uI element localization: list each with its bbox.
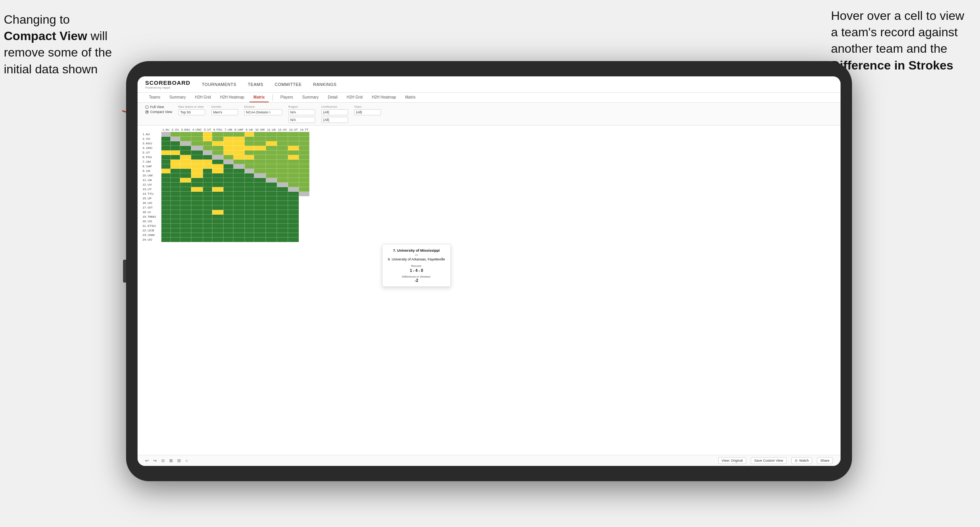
matrix-cell[interactable] — [161, 160, 170, 164]
matrix-cell[interactable] — [191, 219, 203, 224]
matrix-cell[interactable] — [212, 233, 223, 238]
matrix-cell[interactable] — [299, 187, 309, 192]
matrix-cell[interactable] — [233, 233, 245, 238]
matrix-cell[interactable] — [266, 173, 277, 178]
matrix-cell[interactable] — [161, 238, 170, 242]
matrix-cell[interactable] — [170, 238, 180, 242]
matrix-cell[interactable] — [170, 178, 180, 183]
matrix-cell[interactable] — [233, 132, 245, 137]
matrix-cell[interactable] — [212, 205, 223, 210]
matrix-cell[interactable] — [224, 150, 233, 155]
matrix-cell[interactable] — [277, 173, 288, 178]
matrix-cell[interactable] — [224, 155, 233, 160]
matrix-cell[interactable] — [288, 183, 299, 187]
matrix-cell[interactable] — [212, 187, 223, 192]
matrix-cell[interactable] — [203, 219, 212, 224]
matrix-cell[interactable] — [212, 219, 223, 224]
matrix-cell[interactable] — [254, 169, 266, 173]
matrix-cell[interactable] — [180, 183, 191, 187]
matrix-cell[interactable] — [299, 150, 309, 155]
filter-division-select[interactable]: NCAA Division I — [244, 109, 282, 115]
matrix-cell[interactable] — [203, 164, 212, 169]
tab-h2h-grid-right[interactable]: H2H Grid — [343, 93, 366, 102]
tab-summary-left[interactable]: Summary — [165, 93, 190, 102]
matrix-cell[interactable] — [299, 219, 309, 224]
matrix-cell[interactable] — [288, 228, 299, 233]
matrix-cell[interactable] — [161, 219, 170, 224]
matrix-cell[interactable] — [233, 210, 245, 215]
matrix-cell[interactable] — [161, 196, 170, 201]
matrix-cell[interactable] — [245, 183, 254, 187]
matrix-cell[interactable] — [299, 146, 309, 150]
matrix-cell[interactable] — [266, 192, 277, 196]
matrix-cell[interactable] — [203, 132, 212, 137]
matrix-cell[interactable] — [224, 187, 233, 192]
matrix-cell[interactable] — [203, 187, 212, 192]
matrix-cell[interactable] — [161, 173, 170, 178]
matrix-cell[interactable] — [299, 228, 309, 233]
filter-conference-select1[interactable]: (All) — [321, 109, 348, 115]
filter-region-select1[interactable]: N/A — [288, 109, 315, 115]
matrix-cell[interactable] — [277, 146, 288, 150]
matrix-cell[interactable] — [266, 215, 277, 219]
matrix-cell[interactable] — [245, 210, 254, 215]
matrix-cell[interactable] — [161, 183, 170, 187]
matrix-cell[interactable] — [245, 132, 254, 137]
matrix-cell[interactable] — [224, 219, 233, 224]
matrix-cell[interactable] — [245, 173, 254, 178]
matrix-cell[interactable] — [161, 164, 170, 169]
matrix-cell[interactable] — [266, 219, 277, 224]
matrix-cell[interactable] — [288, 196, 299, 201]
matrix-cell[interactable] — [245, 141, 254, 146]
matrix-cell[interactable] — [254, 173, 266, 178]
matrix-cell[interactable] — [212, 178, 223, 183]
matrix-cell[interactable] — [191, 150, 203, 155]
matrix-cell[interactable] — [180, 228, 191, 233]
matrix-cell[interactable] — [203, 233, 212, 238]
matrix-cell[interactable] — [170, 155, 180, 160]
matrix-cell[interactable] — [233, 201, 245, 205]
matrix-cell[interactable] — [266, 238, 277, 242]
matrix-cell[interactable] — [191, 238, 203, 242]
matrix-cell[interactable] — [299, 233, 309, 238]
matrix-cell[interactable] — [245, 233, 254, 238]
matrix-cell[interactable] — [170, 169, 180, 173]
matrix-cell[interactable] — [170, 224, 180, 228]
toolbar-icon5[interactable]: ⊟ — [177, 458, 181, 463]
matrix-cell[interactable] — [254, 219, 266, 224]
matrix-cell[interactable] — [299, 173, 309, 178]
matrix-cell[interactable] — [233, 205, 245, 210]
matrix-cell[interactable] — [233, 183, 245, 187]
matrix-cell[interactable] — [277, 210, 288, 215]
matrix-cell[interactable] — [203, 210, 212, 215]
matrix-cell[interactable] — [288, 132, 299, 137]
nav-tournaments[interactable]: TOURNAMENTS — [202, 82, 236, 87]
matrix-cell[interactable] — [288, 178, 299, 183]
matrix-cell[interactable] — [191, 201, 203, 205]
matrix-cell[interactable] — [170, 233, 180, 238]
matrix-cell[interactable] — [191, 210, 203, 215]
matrix-cell[interactable] — [224, 205, 233, 210]
tab-summary-right[interactable]: Summary — [298, 93, 322, 102]
matrix-cell[interactable] — [180, 219, 191, 224]
matrix-cell[interactable] — [254, 228, 266, 233]
matrix-cell[interactable] — [212, 160, 223, 164]
matrix-cell[interactable] — [224, 173, 233, 178]
matrix-cell[interactable] — [288, 150, 299, 155]
matrix-cell[interactable] — [161, 187, 170, 192]
matrix-cell[interactable] — [224, 132, 233, 137]
matrix-cell[interactable] — [288, 164, 299, 169]
matrix-cell[interactable] — [254, 233, 266, 238]
matrix-cell[interactable] — [224, 160, 233, 164]
tab-players[interactable]: Players — [277, 93, 297, 102]
matrix-cell[interactable] — [277, 183, 288, 187]
matrix-cell[interactable] — [245, 201, 254, 205]
matrix-cell[interactable] — [288, 160, 299, 164]
tab-detail[interactable]: Detail — [324, 93, 342, 102]
matrix-cell[interactable] — [224, 192, 233, 196]
matrix-cell[interactable] — [161, 201, 170, 205]
matrix-cell[interactable] — [170, 137, 180, 141]
matrix-cell[interactable] — [180, 141, 191, 146]
matrix-cell[interactable] — [288, 210, 299, 215]
matrix-cell[interactable] — [233, 228, 245, 233]
